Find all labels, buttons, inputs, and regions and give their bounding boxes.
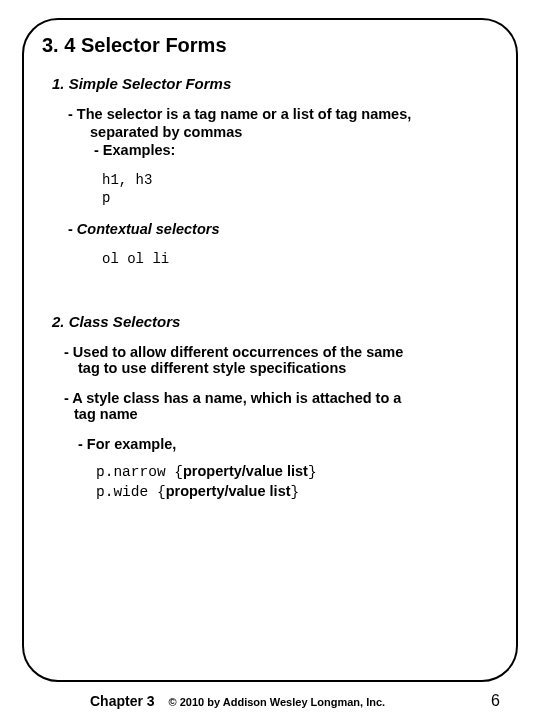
section-1-heading: 1. Simple Selector Forms — [52, 75, 498, 92]
sec2-bullet1-line1: - Used to allow different occurrences of… — [64, 344, 498, 360]
sec2-bullet2-line1: - A style class has a name, which is att… — [64, 390, 498, 406]
code-example-1: h1, h3 p — [102, 172, 498, 207]
sec1-bullet1-line2: separated by commas — [90, 124, 498, 140]
prop-list-1: property/value list — [183, 463, 308, 479]
sec2-bullet3: - For example, — [78, 436, 498, 452]
prop-list-2: property/value list — [166, 483, 291, 499]
page-number: 6 — [491, 692, 500, 710]
sec1-contextual: - Contextual selectors — [68, 221, 498, 237]
code-narrow-open: p.narrow { — [96, 464, 183, 480]
code-narrow-close: } — [308, 464, 317, 480]
section-2-heading: 2. Class Selectors — [52, 313, 498, 330]
slide-title: 3. 4 Selector Forms — [42, 34, 498, 57]
slide-footer: Chapter 3 © 2010 by Addison Wesley Longm… — [0, 692, 540, 710]
code-example-2: ol ol li — [102, 251, 498, 269]
dash: - — [68, 221, 77, 237]
slide-frame: 3. 4 Selector Forms 1. Simple Selector F… — [22, 18, 518, 682]
contextual-label: Contextual selectors — [77, 221, 220, 237]
code-wide-open: p.wide { — [96, 484, 166, 500]
copyright-text: © 2010 by Addison Wesley Longman, Inc. — [169, 696, 472, 708]
chapter-label: Chapter 3 — [90, 693, 155, 709]
sec1-bullet2: - Examples: — [94, 142, 498, 158]
class-example-1: p.narrow {property/value list} — [96, 462, 498, 483]
sec1-bullet1-line1: - The selector is a tag name or a list o… — [68, 106, 498, 122]
code-wide-close: } — [291, 484, 300, 500]
sec2-bullet1-line2: tag to use different style specification… — [78, 360, 498, 376]
sec2-bullet2-line2: tag name — [74, 406, 498, 422]
class-example-2: p.wide {property/value list} — [96, 482, 498, 503]
